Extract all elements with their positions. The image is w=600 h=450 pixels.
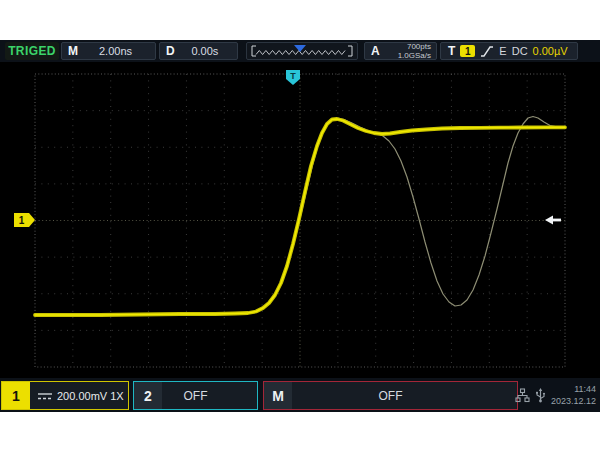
lan-network-icon bbox=[515, 388, 530, 403]
channel1-trace-core bbox=[35, 119, 565, 315]
trigger-source-badge: 1 bbox=[460, 45, 475, 57]
trigger-level-value: 0.00µV bbox=[533, 45, 568, 57]
svg-text:1: 1 bbox=[19, 215, 25, 226]
bottom-status-bar: 1 200.00mV 1X 2 OFF M OFF bbox=[0, 378, 600, 412]
trigger-chip[interactable]: T 1 E DC 0.00µV bbox=[440, 42, 578, 60]
trigger-coupling: DC bbox=[512, 45, 528, 57]
svg-text:T: T bbox=[290, 71, 296, 81]
rising-edge-icon bbox=[480, 45, 494, 58]
acquire-chip[interactable]: A 700pts 1.0GSa/s bbox=[364, 42, 437, 60]
trigger-type: E bbox=[499, 45, 506, 57]
delay-label: D bbox=[160, 44, 181, 58]
channel2-status: OFF bbox=[162, 389, 229, 403]
channel1-number: 1 bbox=[2, 382, 30, 409]
math-label: M bbox=[264, 382, 292, 409]
channel2-number: 2 bbox=[134, 382, 162, 409]
math-status: OFF bbox=[292, 389, 489, 403]
timebase-label: M bbox=[62, 44, 84, 58]
channel1-position-marker[interactable]: 1 bbox=[14, 213, 35, 227]
channel1-scale: 200.00mV 1X bbox=[57, 390, 124, 402]
preview-trigger-position-icon[interactable] bbox=[294, 45, 306, 52]
acquire-points: 700pts bbox=[407, 42, 431, 51]
waveform-preview-strip[interactable] bbox=[246, 42, 358, 60]
status-area: 11:44 2023.12.12 bbox=[515, 381, 598, 410]
trigger-level-arrow[interactable] bbox=[545, 216, 561, 225]
clock-time: 11:44 bbox=[551, 384, 596, 396]
trigger-label: T bbox=[448, 44, 455, 58]
preview-left-bracket bbox=[252, 46, 256, 56]
usb-icon bbox=[535, 388, 546, 403]
waveform-display: T 1 bbox=[0, 62, 600, 378]
reference-ghost-trace bbox=[250, 117, 565, 314]
oscilloscope-screen: TRIGED M 2.00ns D 0.00s A 700pts 1.0GSa/… bbox=[0, 40, 600, 412]
preview-right-bracket bbox=[348, 46, 352, 56]
channel2-chip[interactable]: 2 OFF bbox=[133, 381, 258, 410]
trigger-status-badge: TRIGED bbox=[5, 42, 59, 60]
dc-coupling-icon bbox=[37, 391, 53, 401]
timebase-chip[interactable]: M 2.00ns bbox=[61, 42, 156, 60]
clock-date: 2023.12.12 bbox=[551, 396, 596, 408]
trigger-position-marker[interactable]: T bbox=[286, 70, 300, 85]
delay-chip[interactable]: D 0.00s bbox=[159, 42, 238, 60]
timebase-value: 2.00ns bbox=[84, 45, 155, 57]
acquire-samplerate: 1.0GSa/s bbox=[398, 51, 431, 60]
acquire-label: A bbox=[365, 44, 386, 58]
top-status-bar: TRIGED M 2.00ns D 0.00s A 700pts 1.0GSa/… bbox=[0, 40, 600, 62]
channel1-chip[interactable]: 1 200.00mV 1X bbox=[1, 381, 129, 410]
math-chip[interactable]: M OFF bbox=[263, 381, 518, 410]
delay-value: 0.00s bbox=[181, 45, 237, 57]
